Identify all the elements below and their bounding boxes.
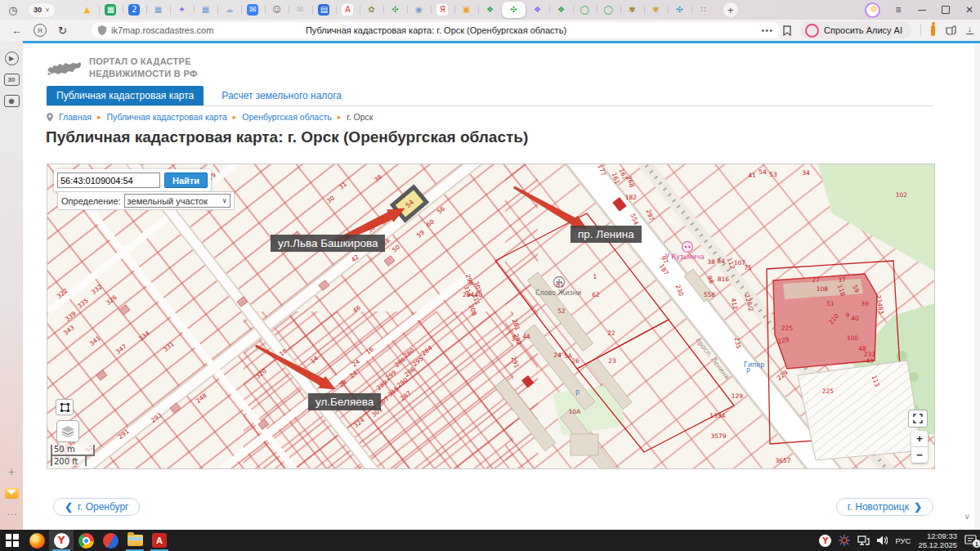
app-icon-yandex-browser[interactable]: Y	[49, 530, 74, 551]
zoom-in-button[interactable]: +	[911, 431, 928, 447]
scroll-down-icon[interactable]: ∨	[964, 512, 970, 521]
extension-icon[interactable]	[931, 25, 935, 36]
pinned-tab-dots[interactable]: ∷	[691, 2, 715, 18]
yandex-home-icon[interactable]: Я	[34, 24, 47, 37]
breadcrumb-item: г. Орск	[347, 112, 373, 122]
pinned-tab-photo[interactable]: ▣	[454, 2, 478, 18]
pinned-tab-sheets[interactable]: ▦	[99, 2, 123, 18]
restore-button[interactable]	[940, 4, 951, 16]
prev-city-link[interactable]: ❮г. Оренбург	[53, 498, 140, 516]
gis-active-icon: ✣	[508, 4, 519, 16]
app-icon-firefox[interactable]	[25, 530, 49, 551]
app-icon-chrome[interactable]	[74, 530, 98, 551]
filter-select[interactable]: земельный участок∨	[124, 194, 230, 208]
pinned-tab-map-purple[interactable]: ❖	[526, 2, 549, 18]
fullscreen-button[interactable]	[908, 410, 928, 428]
sheets-icon: ▦	[105, 4, 116, 16]
filter-label: Определение:	[61, 196, 121, 206]
badge-2-icon: 2	[128, 4, 140, 16]
calendar-icon: ▤	[318, 4, 329, 16]
close-button[interactable]: ✕	[964, 4, 975, 16]
menu-icon[interactable]: ≡	[893, 4, 904, 16]
toolbar-right: ••• Спросить Алису AI ↓	[761, 20, 973, 41]
pinned-tab-building-blue-2[interactable]: ▦	[194, 2, 217, 18]
pinned-tab-circle-o-1[interactable]: ◯	[573, 2, 597, 18]
pinned-tab-mail-blue[interactable]: ✉	[241, 2, 265, 18]
add-icon[interactable]: +	[0, 461, 23, 482]
crest-2-icon: ✾	[650, 4, 661, 16]
pinned-tab-mail-gray[interactable]: ✉	[289, 2, 312, 18]
history-clock-icon[interactable]: ◷	[5, 2, 21, 18]
screenshot-icon[interactable]: ◉	[0, 90, 23, 111]
pinned-tab-crest-1[interactable]: ✾	[620, 2, 644, 18]
start-button[interactable]	[0, 530, 25, 551]
zoom-out-button[interactable]: −	[911, 447, 928, 463]
pinned-tab-drive[interactable]: ▲	[75, 2, 99, 18]
pinned-tab-medal[interactable]: ◉	[407, 2, 431, 18]
clock[interactable]: 12:09:33 25.12.2025	[918, 531, 957, 550]
bookmark-icon[interactable]	[783, 25, 791, 36]
new-tab-button[interactable]: +	[723, 2, 738, 17]
map-green-icon: ❖	[484, 4, 495, 16]
download-icon[interactable]: ↓	[966, 26, 973, 34]
mail-gray-icon: ✉	[294, 4, 306, 16]
parcel-number: 133А	[709, 412, 726, 419]
layers-button[interactable]	[56, 420, 79, 442]
collections-icon[interactable]	[945, 25, 956, 36]
app-icon-acrobat[interactable]: A	[147, 530, 172, 551]
more-icon[interactable]: •••	[761, 25, 773, 35]
minimize-button[interactable]	[916, 4, 928, 16]
tray-yandex-icon[interactable]: Y	[819, 535, 831, 547]
browser-toolbar: ← Я ↻ ik7map.roscadastres.com Публичная …	[0, 20, 980, 41]
breadcrumb-item[interactable]: Оренбургская область	[242, 112, 331, 122]
back-icon[interactable]: ←	[11, 25, 22, 37]
pinned-tab-map-green[interactable]: ❖	[478, 2, 502, 18]
pinned-tab-gis-blue[interactable]: ✣	[668, 2, 691, 18]
pinned-tab-pdf[interactable]: A	[336, 2, 360, 18]
pinned-tab-cloud[interactable]: ☁	[217, 2, 241, 18]
language-indicator[interactable]: РУС	[895, 536, 911, 545]
pinned-tab-emblem[interactable]: ✿	[360, 2, 383, 18]
app-icon-red-blue[interactable]	[98, 530, 123, 551]
search-button[interactable]: Найти	[164, 172, 208, 188]
parcel-number: 84	[717, 258, 725, 265]
tray-gear-icon[interactable]	[839, 535, 850, 546]
draw-polygon-button[interactable]	[56, 399, 74, 415]
alice-button[interactable]: Спросить Алису AI	[801, 22, 911, 38]
player-icon[interactable]: ▶	[0, 47, 23, 69]
breadcrumb-item[interactable]: Публичная кадастровая карта	[107, 112, 227, 122]
pinned-tab-yandex[interactable]: Я	[431, 2, 454, 18]
speaker-icon[interactable]	[877, 535, 888, 545]
tab-counter[interactable]: 30 ∨	[28, 3, 56, 17]
map-poi-label: У Кузьмича	[665, 253, 705, 261]
tab-public-map[interactable]: Публичная кадастровая карта	[47, 86, 204, 105]
yandex-mail-icon[interactable]	[0, 482, 23, 504]
next-city-link[interactable]: г. Новотроицк❯	[836, 498, 933, 516]
pinned-tab-badge-2[interactable]: 2	[123, 2, 146, 18]
cadastral-search-input[interactable]	[57, 172, 160, 188]
pinned-tab-spark[interactable]: ✦	[170, 2, 194, 18]
breadcrumb-item[interactable]: Главная	[59, 112, 92, 122]
pinned-tab-circle-o-2[interactable]: ◯	[597, 2, 620, 18]
pinned-tab-gis-green[interactable]: ✣	[383, 2, 407, 18]
reload-icon[interactable]: ↻	[58, 25, 67, 37]
pinned-tab-gis-active[interactable]: ✣	[502, 2, 526, 18]
tab-panel-icon[interactable]: 30	[0, 69, 23, 90]
app-icon-explorer[interactable]	[123, 530, 147, 551]
tab-land-tax[interactable]: Расчет земельного налога	[222, 86, 342, 105]
pinned-tab-calendar[interactable]: ▤	[312, 2, 336, 18]
cadastral-map[interactable]: просп. Ленина 54 79383130175756605936385…	[47, 164, 935, 469]
network-icon[interactable]	[857, 535, 870, 545]
parcel-number: 558	[704, 291, 716, 298]
pinned-tab-building-blue[interactable]: ▦	[146, 2, 170, 18]
site-logo[interactable]: ПОРТАЛ О КАДАСТРЕ НЕДВИЖИМОСТИ В РФ	[47, 56, 198, 80]
pinned-tab-map-green-2[interactable]: ❖	[549, 2, 573, 18]
address-bar[interactable]: ik7map.roscadastres.com Публичная кадаст…	[92, 22, 781, 38]
pinned-tab-crest-2[interactable]: ✾	[644, 2, 668, 18]
page-scrollbar[interactable]	[974, 43, 980, 530]
more-dots-icon[interactable]: ⋯	[0, 504, 23, 525]
pinned-tab-smiley[interactable]: ☺	[265, 2, 289, 18]
alice-orb-icon[interactable]	[865, 2, 880, 18]
parcel-number: 27	[812, 276, 820, 284]
notification-icon[interactable]: 1	[964, 535, 977, 546]
